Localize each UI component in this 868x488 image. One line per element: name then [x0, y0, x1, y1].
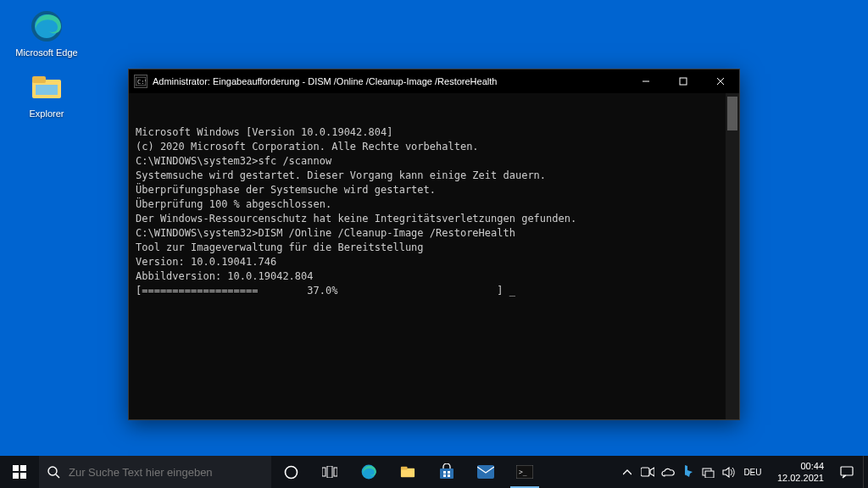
network-icon[interactable] [699, 456, 718, 488]
desktop-icon-label: Explorer [15, 108, 78, 119]
svg-rect-4 [36, 85, 58, 95]
clock-time: 00:44 [800, 460, 824, 472]
svg-text:>_: >_ [519, 469, 527, 476]
desktop-icon-label: Microsoft Edge [15, 47, 78, 58]
desktop-icon-edge[interactable]: Microsoft Edge [15, 8, 78, 58]
svg-rect-23 [401, 467, 408, 470]
svg-rect-18 [322, 468, 326, 476]
taskbar: >_ DEU 00:44 12.02.2021 [0, 456, 868, 488]
window-title: Administrator: Eingabeaufforderung - DIS… [153, 76, 627, 86]
svg-rect-26 [448, 471, 450, 474]
system-tray: DEU [618, 456, 771, 488]
clock-date: 12.02.2021 [777, 472, 824, 484]
terminal-line: Microsoft Windows [Version 10.0.19042.80… [136, 125, 732, 140]
show-desktop-button[interactable] [863, 456, 868, 488]
terminal-output[interactable]: Microsoft Windows [Version 10.0.19042.80… [129, 93, 739, 419]
meet-now-icon[interactable] [638, 456, 657, 488]
volume-icon[interactable] [720, 456, 738, 488]
taskbar-app-explorer[interactable] [388, 456, 427, 488]
svg-rect-27 [443, 474, 446, 477]
svg-rect-34 [705, 471, 714, 478]
svg-rect-3 [32, 76, 46, 83]
close-button[interactable] [702, 69, 739, 93]
svg-rect-14 [20, 473, 26, 479]
action-center-button[interactable] [831, 456, 863, 488]
scrollbar[interactable] [726, 93, 739, 419]
start-button[interactable] [0, 456, 39, 488]
terminal-line: C:\WINDOWS\system32>DISM /Online /Cleanu… [136, 226, 732, 241]
cortana-button[interactable] [271, 456, 310, 488]
search-box[interactable] [39, 456, 271, 488]
taskbar-clock[interactable]: 00:44 12.02.2021 [771, 456, 831, 488]
cmd-window[interactable]: C:\ Administrator: Eingabeaufforderung -… [128, 69, 740, 420]
search-input[interactable] [69, 466, 263, 479]
svg-rect-13 [13, 473, 19, 479]
svg-rect-29 [477, 465, 494, 479]
taskbar-spacer [544, 456, 618, 488]
maximize-button[interactable] [665, 69, 702, 93]
titlebar[interactable]: C:\ Administrator: Eingabeaufforderung -… [129, 69, 739, 93]
taskbar-app-store[interactable] [427, 456, 466, 488]
minimize-button[interactable] [627, 69, 665, 93]
terminal-line: C:\WINDOWS\system32>sfc /scannow [136, 154, 732, 169]
svg-text:C:\: C:\ [137, 79, 146, 86]
edge-icon [29, 8, 64, 44]
svg-rect-20 [334, 468, 337, 476]
terminal-line: Systemsuche wird gestartet. Dieser Vorga… [136, 169, 732, 183]
svg-rect-8 [680, 78, 687, 85]
svg-rect-11 [13, 465, 19, 471]
task-view-button[interactable] [310, 456, 349, 488]
terminal-line: Tool zur Imageverwaltung für die Bereits… [136, 241, 732, 255]
svg-point-17 [285, 466, 297, 478]
onedrive-icon[interactable] [659, 456, 677, 488]
folder-icon [29, 69, 64, 105]
terminal-line: Überprüfung 100 % abgeschlossen. [136, 197, 732, 212]
svg-rect-32 [641, 468, 649, 476]
desktop-icon-explorer[interactable]: Explorer [15, 69, 78, 119]
scrollbar-thumb[interactable] [727, 97, 737, 130]
bing-icon[interactable] [679, 456, 698, 488]
terminal-line: (c) 2020 Microsoft Corporation. Alle Rec… [136, 140, 732, 154]
svg-rect-19 [327, 466, 332, 478]
svg-rect-35 [841, 467, 853, 475]
search-icon [47, 466, 60, 479]
tray-chevron-up-icon[interactable] [618, 456, 637, 488]
svg-point-15 [48, 467, 57, 475]
taskbar-app-edge[interactable] [349, 456, 388, 488]
svg-rect-12 [20, 465, 26, 471]
taskbar-app-mail[interactable] [466, 456, 505, 488]
terminal-line: [=================== 37.0% ] _ [136, 284, 732, 298]
terminal-line: Der Windows-Ressourcenschutz hat keine I… [136, 212, 732, 226]
terminal-line: Überprüfungsphase der Systemsuche wird g… [136, 183, 732, 197]
taskbar-app-cmd[interactable]: >_ [505, 456, 544, 488]
terminal-line: Abbildversion: 10.0.19042.804 [136, 269, 732, 284]
svg-rect-24 [440, 469, 453, 479]
terminal-line: Version: 10.0.19041.746 [136, 255, 732, 269]
language-indicator[interactable]: DEU [740, 456, 765, 488]
svg-rect-28 [448, 474, 450, 477]
svg-rect-25 [443, 471, 446, 474]
cmd-icon: C:\ [134, 75, 147, 88]
svg-line-16 [56, 474, 59, 478]
